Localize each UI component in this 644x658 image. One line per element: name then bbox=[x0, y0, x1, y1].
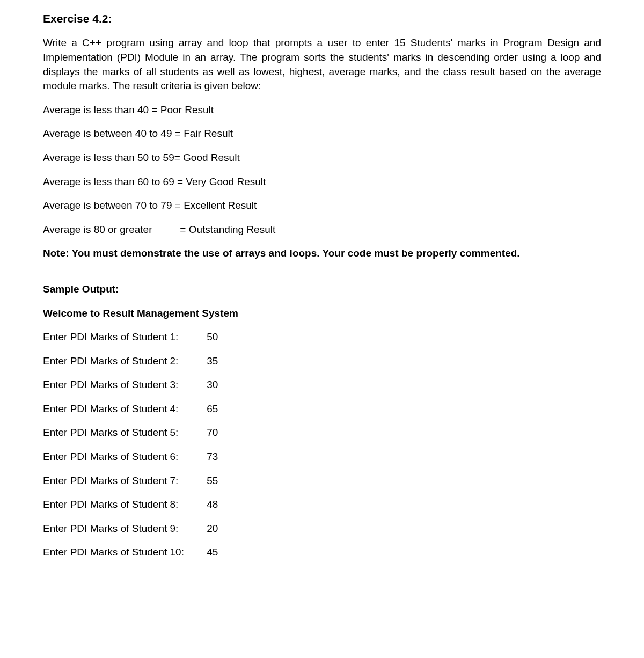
entry-label: Enter PDI Marks of Student 8: bbox=[43, 498, 204, 512]
entry-value: 70 bbox=[207, 426, 218, 440]
entry-row: Enter PDI Marks of Student 1: 50 bbox=[43, 330, 601, 345]
entry-row: Enter PDI Marks of Student 5: 70 bbox=[43, 426, 601, 440]
entry-row: Enter PDI Marks of Student 3: 30 bbox=[43, 378, 601, 392]
entry-label: Enter PDI Marks of Student 1: bbox=[43, 330, 204, 345]
criteria-line: Average is between 40 to 49 = Fair Resul… bbox=[43, 127, 601, 141]
criteria-last-label: Average is 80 or greater bbox=[43, 223, 177, 237]
entry-label: Enter PDI Marks of Student 3: bbox=[43, 378, 204, 392]
entry-row: Enter PDI Marks of Student 10: 45 bbox=[43, 545, 601, 560]
entry-value: 35 bbox=[207, 354, 218, 369]
entry-label: Enter PDI Marks of Student 5: bbox=[43, 426, 204, 440]
sample-output-heading: Sample Output: bbox=[43, 282, 601, 297]
note-line: Note: You must demonstrate the use of ar… bbox=[43, 246, 601, 261]
entry-label: Enter PDI Marks of Student 7: bbox=[43, 474, 204, 488]
entry-label: Enter PDI Marks of Student 9: bbox=[43, 522, 204, 536]
entry-value: 45 bbox=[207, 545, 218, 560]
entry-label: Enter PDI Marks of Student 4: bbox=[43, 402, 204, 416]
entry-label: Enter PDI Marks of Student 6: bbox=[43, 450, 204, 464]
criteria-line: Average is 80 or greater = Outstanding R… bbox=[43, 223, 601, 237]
entry-value: 50 bbox=[207, 330, 218, 345]
criteria-last-result: = Outstanding Result bbox=[180, 224, 275, 235]
entry-row: Enter PDI Marks of Student 9: 20 bbox=[43, 522, 601, 536]
entry-row: Enter PDI Marks of Student 6: 73 bbox=[43, 450, 601, 464]
entry-row: Enter PDI Marks of Student 2: 35 bbox=[43, 354, 601, 369]
criteria-line: Average is less than 50 to 59= Good Resu… bbox=[43, 151, 601, 165]
entry-label: Enter PDI Marks of Student 2: bbox=[43, 354, 204, 369]
criteria-line: Average is less than 40 = Poor Result bbox=[43, 103, 601, 118]
entry-value: 55 bbox=[207, 474, 218, 488]
entry-row: Enter PDI Marks of Student 4: 65 bbox=[43, 402, 601, 416]
entry-row: Enter PDI Marks of Student 8: 48 bbox=[43, 498, 601, 512]
entry-value: 73 bbox=[207, 450, 218, 464]
entry-value: 30 bbox=[207, 378, 218, 392]
welcome-line: Welcome to Result Management System bbox=[43, 306, 601, 321]
entry-value: 65 bbox=[207, 402, 218, 416]
entry-label: Enter PDI Marks of Student 10: bbox=[43, 545, 204, 560]
entry-value: 20 bbox=[207, 522, 218, 536]
exercise-title: Exercise 4.2: bbox=[43, 11, 601, 26]
criteria-line: Average is between 70 to 79 = Excellent … bbox=[43, 199, 601, 213]
entry-value: 48 bbox=[207, 498, 218, 512]
criteria-line: Average is less than 60 to 69 = Very Goo… bbox=[43, 175, 601, 189]
entry-row: Enter PDI Marks of Student 7: 55 bbox=[43, 474, 601, 488]
intro-paragraph: Write a C++ program using array and loop… bbox=[43, 36, 601, 93]
